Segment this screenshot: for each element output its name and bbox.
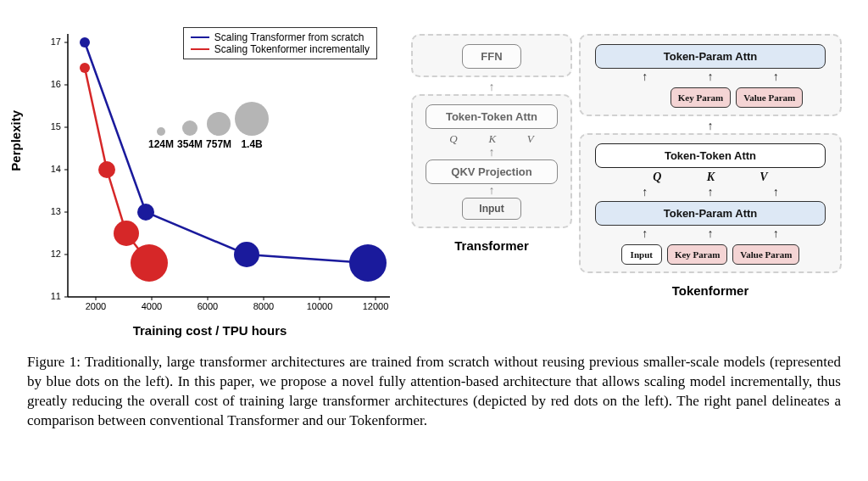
value-param-box: Value Param	[732, 244, 799, 265]
svg-point-34	[114, 221, 139, 246]
svg-text:8000: 8000	[253, 301, 274, 311]
input-box-right: Input	[621, 244, 662, 265]
x-axis-label: Training cost / TPU hours	[133, 323, 287, 338]
transformer-block: FFN ↑ Token-Token Attn Q K V ↑ QKV Proje…	[411, 34, 572, 339]
svg-text:15: 15	[51, 121, 61, 131]
chart-svg: 11 12 13 14 15 16 17 2000 4000 6000 8000…	[17, 17, 403, 339]
tokenformer-block: Token-Param Attn ↑ ↑ ↑ Key Param Value P…	[579, 34, 842, 339]
arrow-icon: ↑	[707, 71, 713, 83]
svg-text:2000: 2000	[86, 301, 106, 311]
arrow-row: ↑ ↑ ↑	[612, 186, 809, 199]
size-item-757m: 757M	[206, 112, 231, 150]
value-param-box: Value Param	[736, 87, 803, 108]
svg-text:16: 16	[51, 79, 61, 89]
arrow-icon: ↑	[642, 71, 648, 83]
qkv-row: Q K V	[434, 132, 549, 146]
token-token-attn-box: Token-Token Attn	[426, 104, 558, 129]
chart-legend: Scaling Transformer from scratch Scaling…	[183, 27, 377, 59]
token-token-attn-right: Token-Token Attn	[595, 143, 826, 168]
arrow-icon: ↑	[773, 71, 779, 83]
key-param-box: Key Param	[667, 244, 727, 265]
svg-point-28	[80, 37, 90, 48]
svg-point-30	[234, 242, 259, 267]
legend-label-2: Scaling Tokenformer incrementally	[214, 43, 370, 55]
size-item-354m: 354M	[177, 120, 203, 150]
arrow-icon: ↑	[642, 187, 648, 199]
svg-text:4000: 4000	[142, 301, 162, 311]
ffn-box: FFN	[462, 44, 521, 69]
transformer-bottom-group: Token-Token Attn Q K V ↑ QKV Projection …	[411, 94, 572, 228]
arrow-icon: ↑	[707, 187, 713, 199]
svg-text:12000: 12000	[363, 301, 389, 311]
svg-point-35	[131, 244, 168, 282]
tokenformer-bottom-group: Token-Token Attn Q K V ↑ ↑ ↑ Token-Param…	[579, 133, 842, 273]
arrow-icon: ↑	[489, 147, 495, 159]
perplexity-chart: Perplexity Training cost / TPU hours 11 …	[17, 17, 403, 339]
tokenformer-top-group: Token-Param Attn ↑ ↑ ↑ Key Param Value P…	[579, 34, 842, 116]
transformer-top-group: FFN	[411, 34, 572, 77]
svg-text:11: 11	[51, 291, 61, 301]
transformer-label: Transformer	[454, 238, 529, 253]
architecture-diagram: FFN ↑ Token-Token Attn Q K V ↑ QKV Proje…	[411, 17, 851, 339]
legend-row-transformer: Scaling Transformer from scratch	[191, 31, 370, 43]
svg-point-32	[80, 63, 90, 73]
arrow-row: ↑ ↑ ↑	[612, 70, 809, 84]
arrow-icon: ↑	[773, 187, 779, 199]
token-param-attn-bottom: Token-Param Attn	[595, 201, 826, 226]
svg-point-31	[349, 244, 387, 282]
legend-label-1: Scaling Transformer from scratch	[214, 31, 364, 43]
arrow-icon: ↑	[489, 185, 495, 197]
figure-caption: Figure 1: Traditionally, large transform…	[17, 353, 851, 431]
legend-row-tokenformer: Scaling Tokenformer incrementally	[191, 43, 370, 55]
size-item-124m: 124M	[148, 127, 174, 150]
svg-text:12: 12	[51, 249, 61, 259]
y-axis-label: Perplexity	[8, 110, 23, 171]
size-item-1.4b: 1.4B	[235, 102, 269, 150]
key-param-box: Key Param	[670, 87, 731, 108]
svg-text:17: 17	[51, 36, 61, 47]
legend-swatch-blue	[191, 36, 209, 38]
token-param-attn-top: Token-Param Attn	[595, 44, 826, 69]
param-row-top: Key Param Value Param	[618, 87, 803, 108]
svg-text:13: 13	[51, 206, 61, 216]
svg-text:14: 14	[51, 164, 61, 174]
size-legend: 124M 354M 757M 1.4B	[148, 102, 269, 150]
arrow-icon: ↑	[773, 228, 779, 240]
arrow-icon: ↑	[642, 228, 648, 240]
svg-text:6000: 6000	[198, 301, 218, 311]
svg-point-33	[98, 161, 115, 178]
legend-swatch-red	[191, 48, 209, 50]
arrow-icon: ↑	[489, 81, 495, 93]
arrow-icon: ↑	[708, 120, 714, 132]
tokenformer-label: Tokenformer	[672, 283, 749, 298]
qkv-row-right: Q K V	[631, 171, 791, 184]
figure-panels: Perplexity Training cost / TPU hours 11 …	[17, 17, 851, 339]
svg-text:10000: 10000	[307, 301, 333, 311]
arrow-icon: ↑	[707, 228, 713, 240]
arrow-row: ↑ ↑ ↑	[612, 227, 809, 241]
input-box: Input	[462, 198, 521, 220]
qkv-projection-box: QKV Projection	[426, 159, 558, 184]
param-row-bottom: Input Key Param Value Param	[621, 244, 800, 265]
svg-point-29	[137, 204, 154, 221]
